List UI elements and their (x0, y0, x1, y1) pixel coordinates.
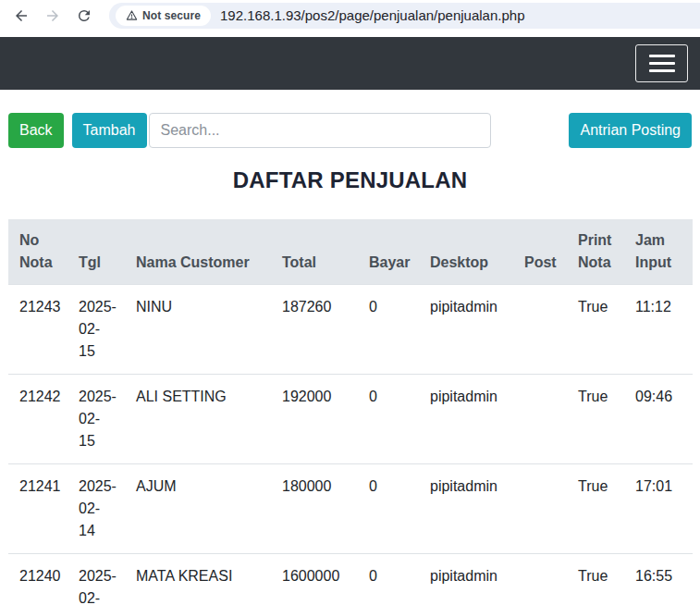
refresh-icon[interactable] (76, 7, 92, 24)
header-bayar: Bayar (358, 219, 419, 285)
url-text[interactable]: 192.168.1.93/pos2/page/penjualan/penjual… (220, 7, 524, 23)
action-toolbar: Back Tambah Antrian Posting (8, 113, 692, 148)
cell-print-nota: True (567, 285, 624, 375)
cell-post (513, 464, 567, 554)
table-row[interactable]: 21243 2025-02-15 NINU 187260 0 pipitadmi… (8, 285, 693, 375)
header-print-nota: Print Nota (567, 219, 624, 285)
back-arrow-icon[interactable] (13, 7, 30, 24)
sales-table: No Nota Tgl Nama Customer Total Bayar De… (8, 219, 693, 605)
cell-no-nota: 21241 (8, 464, 68, 554)
table-row[interactable]: 21242 2025-02-15 ALI SETTING 192000 0 pi… (8, 375, 693, 464)
cell-jam-input: 16:55 (624, 554, 693, 605)
cell-bayar: 0 (358, 285, 419, 375)
table-body: 21243 2025-02-15 NINU 187260 0 pipitadmi… (8, 285, 693, 605)
header-jam-input: Jam Input (624, 219, 693, 285)
search-input[interactable] (149, 113, 491, 148)
cell-desktop: pipitadmin (419, 464, 513, 554)
cell-print-nota: True (567, 464, 624, 554)
security-label: Not secure (142, 9, 201, 22)
antrian-posting-button[interactable]: Antrian Posting (569, 113, 692, 148)
page-title: DAFTAR PENJUALAN (8, 167, 692, 193)
tambah-button[interactable]: Tambah (72, 113, 147, 148)
cell-nama-customer: ALI SETTING (125, 375, 271, 464)
cell-no-nota: 21243 (8, 285, 68, 375)
hamburger-icon (649, 55, 675, 57)
cell-desktop: pipitadmin (419, 285, 513, 375)
header-no-nota: No Nota (8, 219, 68, 285)
cell-no-nota: 21242 (8, 375, 68, 464)
page-content: Back Tambah Antrian Posting DAFTAR PENJU… (0, 90, 700, 605)
header-nama-customer: Nama Customer (125, 219, 271, 285)
forward-arrow-icon[interactable] (44, 7, 61, 24)
table-row[interactable]: 21240 2025-02-14 MATA KREASI 1600000 0 p… (8, 554, 693, 605)
cell-total: 187260 (271, 285, 358, 375)
hamburger-menu-button[interactable] (635, 44, 688, 82)
cell-print-nota: True (567, 554, 624, 605)
header-total: Total (271, 219, 358, 285)
cell-total: 1600000 (271, 554, 358, 605)
cell-jam-input: 11:12 (624, 285, 693, 375)
security-badge[interactable]: Not secure (116, 6, 211, 26)
app-navbar (0, 37, 700, 90)
cell-tgl: 2025-02-15 (68, 375, 125, 464)
browser-toolbar: Not secure 192.168.1.93/pos2/page/penjua… (0, 0, 700, 31)
cell-bayar: 0 (358, 375, 419, 464)
cell-print-nota: True (567, 375, 624, 464)
cell-tgl: 2025-02-15 (68, 285, 125, 375)
cell-post (513, 285, 567, 375)
back-button[interactable]: Back (8, 113, 64, 148)
cell-nama-customer: AJUM (125, 464, 271, 554)
header-tgl: Tgl (68, 219, 125, 285)
cell-jam-input: 09:46 (624, 375, 693, 464)
cell-post (513, 375, 567, 464)
cell-desktop: pipitadmin (419, 375, 513, 464)
header-desktop: Desktop (419, 219, 513, 285)
table-header: No Nota Tgl Nama Customer Total Bayar De… (8, 219, 693, 285)
cell-bayar: 0 (358, 464, 419, 554)
warning-triangle-icon (126, 9, 138, 21)
cell-post (513, 554, 567, 605)
cell-tgl: 2025-02-14 (68, 554, 125, 605)
header-post: Post (513, 219, 567, 285)
cell-total: 180000 (271, 464, 358, 554)
table-row[interactable]: 21241 2025-02-14 AJUM 180000 0 pipitadmi… (8, 464, 693, 554)
cell-jam-input: 17:01 (624, 464, 693, 554)
cell-nama-customer: NINU (125, 285, 271, 375)
address-bar[interactable]: Not secure 192.168.1.93/pos2/page/penjua… (109, 3, 700, 29)
cell-total: 192000 (271, 375, 358, 464)
cell-bayar: 0 (358, 554, 419, 605)
cell-no-nota: 21240 (8, 554, 68, 605)
cell-tgl: 2025-02-14 (68, 464, 125, 554)
cell-nama-customer: MATA KREASI (125, 554, 271, 605)
cell-desktop: pipitadmin (419, 554, 513, 605)
